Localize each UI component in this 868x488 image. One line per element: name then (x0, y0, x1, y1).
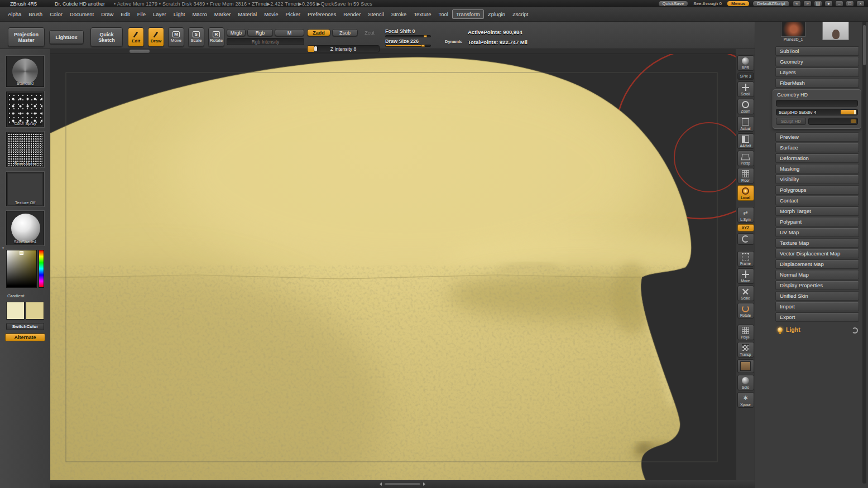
tool-section-fibermesh[interactable]: FiberMesh (775, 78, 859, 88)
menu-item-tool[interactable]: Tool (435, 10, 451, 18)
color-selector-box[interactable] (20, 251, 23, 255)
menu-item-render[interactable]: Render (340, 10, 364, 18)
rgb-intensity-slider[interactable]: Rgb Intensity (227, 38, 304, 45)
tool-section-uv-map[interactable]: UV Map (775, 228, 859, 237)
menu-item-preferences[interactable]: Preferences (304, 10, 339, 18)
focal-shift-slider[interactable] (385, 35, 431, 37)
main-color-swatch[interactable] (6, 302, 25, 320)
rgb-button[interactable]: Rgb (247, 29, 273, 36)
material-selector[interactable]: SkinShade4 (6, 211, 44, 245)
tool-section-export[interactable]: Export (775, 312, 859, 322)
actual-button[interactable]: Actual (737, 116, 754, 132)
tool-section-layers[interactable]: Layers (775, 67, 859, 77)
close-button[interactable]: × (856, 1, 865, 7)
canvas-hscrollbar-top[interactable] (50, 49, 736, 54)
secondary-color-swatch[interactable] (26, 302, 44, 320)
tool-section-display-properties[interactable]: Display Properties (775, 281, 859, 290)
scroll-left-icon[interactable] (380, 482, 382, 486)
lsym-button[interactable]: L.Sym (737, 207, 754, 223)
tool-section-texture-map[interactable]: Texture Map (775, 238, 859, 248)
quicksave-button[interactable]: QuickSave (658, 1, 689, 7)
zadd-button[interactable]: Zadd (307, 29, 330, 36)
scrollbar-thumb[interactable] (385, 483, 420, 485)
switchcolor-button[interactable]: SwitchColor (6, 323, 44, 330)
tool-section-contact[interactable]: Contact (775, 196, 859, 205)
draw-size-slider[interactable] (385, 45, 431, 47)
draw-mode-button[interactable]: Draw (148, 27, 164, 47)
bpr-button[interactable]: BPR (737, 55, 754, 71)
tool-section-vector-displacement-map[interactable]: Vector Displacement Map (775, 249, 859, 258)
zoom-button[interactable]: Zoom (737, 99, 754, 114)
sculpt-canvas[interactable] (50, 54, 736, 480)
tool-section-geometry[interactable]: Geometry (775, 57, 859, 66)
spin-button[interactable] (737, 233, 754, 245)
lightbox-button[interactable]: LightBox (49, 30, 84, 44)
menu-item-brush[interactable]: Brush (25, 10, 46, 18)
menu-item-edit[interactable]: Edit (117, 10, 133, 18)
user-button[interactable]: ● (824, 1, 833, 7)
tool-section-morph-target[interactable]: Morph Target (775, 206, 859, 216)
menu-item-texture[interactable]: Texture (410, 10, 434, 18)
sculpt-hd-button[interactable]: Sculpt HD (776, 118, 806, 125)
menu-item-document[interactable]: Document (66, 10, 97, 18)
scroll-right-button[interactable]: » (803, 1, 812, 7)
frame-button[interactable]: Frame (737, 251, 754, 267)
menu-item-draw[interactable]: Draw (98, 10, 117, 18)
menu-item-zscript[interactable]: Zscript (509, 10, 532, 18)
canvas-hscrollbar-bottom[interactable] (50, 480, 755, 488)
material-swatch[interactable] (737, 359, 754, 373)
tool-section-unified-skin[interactable]: Unified Skin (775, 291, 859, 301)
reset-rotate-icon[interactable] (852, 327, 858, 334)
scale-view-button[interactable]: Scale (737, 286, 754, 301)
slider-knob[interactable] (841, 110, 856, 114)
menu-item-transform[interactable]: Transform (452, 9, 484, 19)
tool-section-preview[interactable]: Preview (775, 132, 859, 142)
rotate-mode-button[interactable]: RRotate (208, 27, 224, 47)
tool-section-visibility[interactable]: Visibility (775, 175, 859, 184)
tool-section-subtool[interactable]: SubTool (775, 46, 859, 56)
tool-section-polygroups[interactable]: Polygroups (775, 185, 859, 195)
dynamic-toggle[interactable]: Dynamic (445, 39, 462, 44)
restore-button[interactable]: □ (846, 1, 854, 7)
light-label[interactable]: Light (786, 326, 800, 333)
spix-slider[interactable]: SPix 3 (737, 73, 754, 80)
tool-section-import[interactable]: Import (775, 302, 859, 311)
menu-item-light[interactable]: Light (170, 10, 189, 18)
transp-button[interactable]: Transp (737, 342, 754, 357)
slider-knob[interactable] (314, 46, 317, 51)
tool-section-masking[interactable]: Masking (775, 164, 859, 173)
geometry-hd-empty-slider[interactable] (776, 100, 858, 107)
slider-knob[interactable] (424, 35, 427, 37)
texture-selector[interactable]: Texture Off (6, 172, 44, 206)
xyz-button[interactable]: XYZ (737, 224, 754, 231)
scrollbar-thumb[interactable] (130, 50, 150, 53)
brush-selector[interactable]: Standard (6, 56, 44, 87)
color-picker[interactable] (6, 250, 44, 292)
zsub-button[interactable]: Zsub (332, 29, 358, 36)
minimize-button[interactable]: – (835, 1, 843, 7)
z-intensity-slider[interactable]: Z Intensity 8 (307, 45, 380, 52)
left-tray-divider[interactable]: ◂▸ (0, 244, 6, 252)
m-button[interactable]: M (275, 29, 304, 36)
scroll-left-button[interactable]: « (793, 1, 801, 7)
edit-mode-button[interactable]: Edit (128, 27, 144, 47)
rotate-view-button[interactable]: Rotate (737, 303, 754, 318)
sculpt-hd-slider[interactable] (808, 118, 858, 125)
tool-section-displacement-map[interactable]: Displacement Map (775, 259, 859, 269)
stroke-selector[interactable]: Color Spray (6, 91, 44, 127)
saturation-square[interactable] (6, 250, 37, 288)
menu-item-layer[interactable]: Layer (150, 10, 170, 18)
scrollbar-thumb[interactable] (863, 25, 866, 65)
menu-item-picker[interactable]: Picker (282, 10, 304, 18)
xpose-button[interactable]: Xpose (737, 392, 754, 408)
gallery-button[interactable]: ▤ (814, 1, 822, 7)
mrgb-button[interactable]: Mrgb (227, 29, 246, 36)
quick-sketch-button[interactable]: Quick Sketch (90, 27, 123, 47)
slider-knob[interactable] (851, 119, 856, 123)
panel-scrollbar[interactable] (862, 12, 866, 484)
aahalf-button[interactable]: AAHalf (737, 133, 754, 149)
solo-button[interactable]: Solo (737, 375, 754, 390)
menu-item-movie[interactable]: Movie (261, 10, 281, 18)
menu-item-zplugin[interactable]: Zplugin (485, 10, 509, 18)
projection-master-button[interactable]: Projection Master (8, 27, 45, 47)
